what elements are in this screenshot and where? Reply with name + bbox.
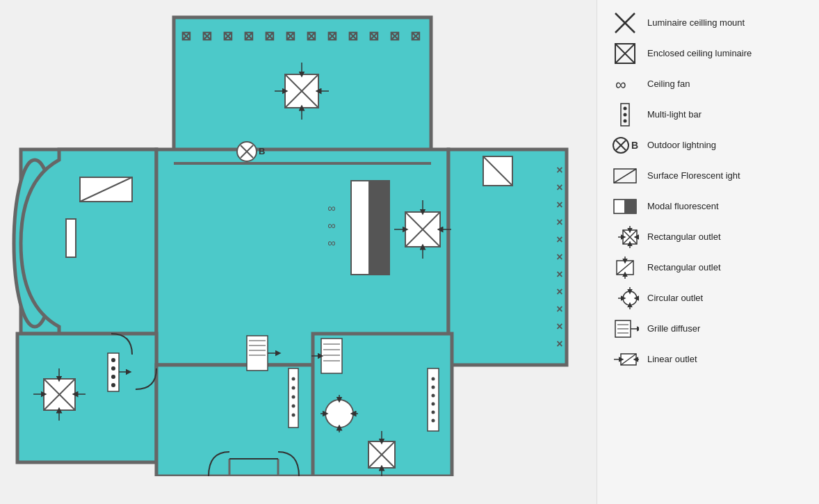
svg-text:×: × bbox=[556, 338, 562, 350]
legend-item-luminaire-ceiling: Luminaire ceilling mount bbox=[611, 10, 805, 35]
outdoor-lightning-label: Outdoor lightning bbox=[647, 140, 716, 152]
svg-text:×: × bbox=[556, 216, 562, 228]
luminaire-ceiling-icon bbox=[611, 10, 639, 35]
svg-text:⊠: ⊠ bbox=[243, 29, 254, 43]
linear-outlet-icon bbox=[611, 347, 639, 372]
svg-point-114 bbox=[624, 107, 627, 111]
svg-point-88 bbox=[432, 411, 435, 414]
multi-light-icon bbox=[611, 102, 639, 127]
svg-text:B: B bbox=[259, 146, 265, 156]
svg-rect-51 bbox=[368, 181, 389, 275]
svg-point-142 bbox=[623, 291, 637, 305]
modal-fluorescent-label: Modal fluorescent bbox=[647, 201, 719, 213]
legend-item-rectangular-outlet-2: Rectangular outlet bbox=[611, 255, 805, 280]
svg-point-116 bbox=[624, 120, 627, 123]
legend-item-circular-outlet: Circular outlet bbox=[611, 286, 805, 311]
luminaire-ceiling-label: Luminaire ceilling mount bbox=[647, 17, 745, 29]
svg-text:B: B bbox=[631, 140, 638, 151]
legend-item-multi-light: Multi-light bar bbox=[611, 102, 805, 127]
svg-point-43 bbox=[111, 366, 115, 371]
grille-diffuser-icon bbox=[611, 316, 639, 341]
svg-text:×: × bbox=[556, 286, 562, 298]
multi-light-label: Multi-light bar bbox=[647, 109, 702, 121]
legend-item-ceiling-fan: ∞ Ceiling fan bbox=[611, 72, 805, 97]
svg-text:×: × bbox=[556, 181, 562, 193]
legend-item-linear-outlet: Linear outlet bbox=[611, 347, 805, 372]
svg-text:⊠: ⊠ bbox=[410, 29, 421, 43]
svg-point-95 bbox=[292, 414, 295, 417]
floor-plan-svg: ⊠ ⊠ ⊠ ⊠ ⊠ ⊠ ⊠ ⊠ ⊠ ⊠ ⊠ ⊠ B bbox=[0, 0, 570, 476]
circular-outlet-label: Circular outlet bbox=[647, 293, 703, 304]
svg-point-86 bbox=[432, 394, 435, 398]
svg-rect-124 bbox=[624, 200, 636, 213]
linear-outlet-label: Linear outlet bbox=[647, 354, 697, 366]
svg-point-89 bbox=[432, 419, 435, 423]
svg-text:⊠: ⊠ bbox=[368, 29, 379, 43]
svg-point-93 bbox=[292, 396, 295, 399]
svg-text:⊠: ⊠ bbox=[222, 29, 233, 43]
svg-point-91 bbox=[292, 377, 295, 381]
outdoor-lightning-icon: B bbox=[611, 133, 639, 158]
legend-item-surface-fluorescent: Surface Florescent ight bbox=[611, 163, 805, 188]
svg-point-85 bbox=[432, 386, 435, 389]
svg-point-42 bbox=[111, 358, 115, 362]
svg-text:⊠: ⊠ bbox=[264, 29, 275, 43]
svg-text:⊠: ⊠ bbox=[285, 29, 295, 43]
rectangular-outlet-2-label: Rectangular outlet bbox=[647, 262, 721, 274]
legend-item-enclosed-ceiling: Enclosed ceiling luminaire bbox=[611, 41, 805, 66]
ceiling-fan-icon: ∞ bbox=[611, 72, 639, 97]
svg-text:∞: ∞ bbox=[327, 237, 335, 249]
svg-point-84 bbox=[432, 377, 435, 381]
svg-rect-33 bbox=[66, 219, 76, 257]
svg-text:⊠: ⊠ bbox=[181, 29, 191, 43]
legend-item-grille-diffuser: Grille diffuser bbox=[611, 316, 805, 341]
svg-text:⊠: ⊠ bbox=[348, 29, 358, 43]
enclosed-ceiling-label: Enclosed ceiling luminaire bbox=[647, 48, 752, 60]
svg-text:⊠: ⊠ bbox=[202, 29, 212, 43]
legend-panel: Luminaire ceilling mount Enclosed ceilin… bbox=[597, 0, 819, 504]
ceiling-fan-label: Ceiling fan bbox=[647, 79, 690, 90]
svg-text:⊠: ⊠ bbox=[327, 29, 337, 43]
svg-point-94 bbox=[292, 405, 295, 408]
circular-outlet-icon bbox=[611, 286, 639, 311]
enclosed-ceiling-icon bbox=[611, 41, 639, 66]
svg-point-45 bbox=[111, 383, 115, 387]
svg-text:×: × bbox=[556, 268, 562, 280]
svg-text:×: × bbox=[556, 199, 562, 211]
svg-text:×: × bbox=[556, 303, 562, 315]
svg-point-115 bbox=[624, 113, 627, 117]
svg-text:∞: ∞ bbox=[327, 202, 335, 214]
svg-point-78 bbox=[325, 400, 353, 428]
svg-line-122 bbox=[614, 169, 636, 183]
svg-text:×: × bbox=[556, 234, 562, 245]
legend-item-outdoor-lightning: B Outdoor lightning bbox=[611, 133, 805, 158]
svg-text:∞: ∞ bbox=[327, 220, 335, 231]
svg-text:⊠: ⊠ bbox=[389, 29, 400, 43]
rectangular-outlet-2-icon bbox=[611, 255, 639, 280]
surface-fluorescent-label: Surface Florescent ight bbox=[647, 170, 740, 182]
floor-plan-area: ⊠ ⊠ ⊠ ⊠ ⊠ ⊠ ⊠ ⊠ ⊠ ⊠ ⊠ ⊠ B bbox=[0, 0, 597, 504]
svg-rect-4 bbox=[17, 334, 156, 462]
rectangular-outlet-1-label: Rectangular outlet bbox=[647, 231, 721, 243]
svg-text:×: × bbox=[556, 251, 562, 263]
legend-item-modal-fluorescent: Modal fluorescent bbox=[611, 194, 805, 219]
rectangular-outlet-1-icon bbox=[611, 225, 639, 250]
svg-point-92 bbox=[292, 387, 295, 390]
grille-diffuser-label: Grille diffuser bbox=[647, 323, 700, 335]
svg-point-87 bbox=[432, 403, 435, 406]
svg-text:⊠: ⊠ bbox=[306, 29, 316, 43]
legend-item-rectangular-outlet-1: Rectangular outlet bbox=[611, 225, 805, 250]
svg-text:×: × bbox=[556, 320, 562, 332]
surface-fluorescent-icon bbox=[611, 163, 639, 188]
svg-point-44 bbox=[111, 375, 115, 379]
svg-text:∞: ∞ bbox=[615, 76, 626, 93]
svg-text:×: × bbox=[556, 164, 562, 176]
modal-fluorescent-icon bbox=[611, 194, 639, 219]
